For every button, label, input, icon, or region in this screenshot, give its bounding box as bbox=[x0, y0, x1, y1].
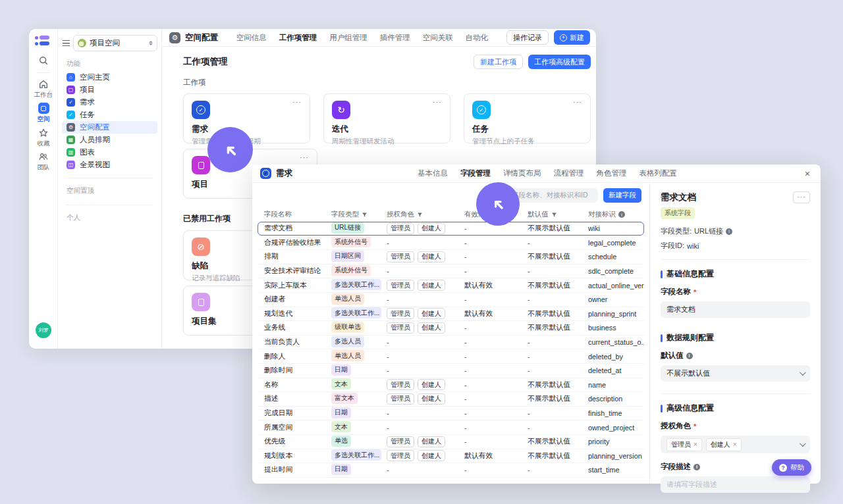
column-header-label: 字段名称 bbox=[264, 210, 292, 219]
field-type-badge: 单选人员 bbox=[331, 293, 364, 305]
workitem-advanced-config-button[interactable]: 工作项高级配置 bbox=[528, 55, 591, 69]
field-row[interactable]: 创建者单选人员---owner bbox=[258, 293, 644, 307]
field-row[interactable]: 需求文档URL链接管理员创建人-不展示默认值wiki bbox=[258, 222, 644, 236]
more-icon[interactable]: ··· bbox=[300, 153, 309, 161]
field-type-cell: 日期区间 bbox=[331, 251, 387, 263]
role-chip: 创建人 bbox=[418, 393, 445, 405]
modal-tab-3[interactable]: 流程管理 bbox=[553, 168, 584, 178]
sidebar-item-staff-schedule[interactable]: ▦人员排期 bbox=[62, 134, 157, 146]
api-key-cell: owner bbox=[588, 295, 644, 303]
rail-item-space[interactable]: 空间 bbox=[29, 103, 58, 124]
new-field-button[interactable]: 新建字段 bbox=[603, 188, 641, 203]
column-header-label: 授权角色 bbox=[387, 210, 414, 219]
field-id-label: 字段ID: bbox=[661, 241, 684, 251]
new-button[interactable]: +新建 bbox=[554, 30, 590, 45]
page-tab-4[interactable]: 空间关联 bbox=[423, 33, 453, 43]
rail-item-workbench[interactable]: 工作台 bbox=[29, 79, 58, 99]
field-type-badge: 富文本 bbox=[331, 393, 358, 404]
field-row[interactable]: 名称文本管理员创建人-不展示默认值name bbox=[258, 378, 644, 393]
field-row[interactable]: 描述富文本管理员创建人-不展示默认值description bbox=[258, 392, 644, 407]
user-avatar[interactable]: 刘梦 bbox=[36, 322, 51, 338]
field-detail-title: 需求文档 bbox=[661, 191, 696, 203]
icon-rail: 工作台 空间 收藏 团队 刘梦 bbox=[29, 29, 58, 349]
field-row[interactable]: 排期日期区间管理员创建人-不展示默认值schedule bbox=[258, 250, 644, 265]
page-tab-0[interactable]: 空间信息 bbox=[236, 33, 267, 43]
field-row[interactable]: 提出时间日期---start_time bbox=[258, 463, 644, 478]
field-row[interactable]: 完成日期日期---finish_time bbox=[258, 407, 644, 421]
validity-cell: - bbox=[464, 438, 528, 445]
workitem-card-task[interactable]: ✓···任务管理节点上的子任务 bbox=[464, 93, 591, 143]
workitem-desc: 周期性管理研发活动 bbox=[332, 137, 442, 146]
collapse-sidebar-icon[interactable] bbox=[63, 40, 70, 46]
more-icon[interactable]: ··· bbox=[573, 98, 582, 106]
modal-tab-5[interactable]: 表格列配置 bbox=[639, 168, 677, 178]
more-icon[interactable]: ··· bbox=[433, 98, 442, 106]
rail-item-favorites[interactable]: 收藏 bbox=[29, 128, 58, 148]
modal-header: ✓ 需求 基本信息字段管理详情页布局流程管理角色管理表格列配置 × bbox=[252, 164, 821, 183]
role-chip: 创建人 bbox=[418, 436, 445, 447]
page-tab-2[interactable]: 用户组管理 bbox=[329, 33, 367, 43]
new-workitem-button[interactable]: 新建工作项 bbox=[474, 55, 523, 69]
field-name-cell: 删除时间 bbox=[264, 366, 331, 375]
field-row[interactable]: 当前负责人多选人员---current_status_o... bbox=[258, 336, 644, 350]
sidebar-item-requirement[interactable]: ✓需求 bbox=[62, 96, 157, 109]
field-type-cell: 多选人员 bbox=[331, 336, 387, 349]
default-value-cell: 不展示默认值 bbox=[528, 437, 588, 446]
page-tab-1[interactable]: 工作项管理 bbox=[279, 33, 317, 43]
more-icon[interactable]: ··· bbox=[292, 98, 302, 106]
field-name-cell: 实际上车版本 bbox=[264, 281, 331, 290]
project-set-icon bbox=[192, 293, 210, 311]
modal-tab-0[interactable]: 基本信息 bbox=[418, 168, 448, 178]
filter-icon[interactable] bbox=[362, 212, 367, 218]
workitem-name: 任务 bbox=[472, 124, 582, 135]
sidebar-item-project[interactable]: ▢项目 bbox=[62, 84, 157, 96]
default-value-label: 默认值i bbox=[661, 351, 810, 361]
field-row[interactable]: 删除时间日期---deleted_at bbox=[258, 364, 644, 378]
filter-icon[interactable] bbox=[551, 212, 557, 218]
history-button[interactable]: 操作记录 bbox=[506, 30, 549, 45]
modal-tab-4[interactable]: 角色管理 bbox=[596, 168, 626, 178]
more-icon[interactable]: ··· bbox=[793, 191, 810, 203]
page-tab-5[interactable]: 自动化 bbox=[466, 33, 489, 43]
sidebar-item-space-config[interactable]: ⚙空间配置 bbox=[62, 121, 157, 134]
workitem-name: 迭代 bbox=[332, 124, 442, 135]
sidebar-item-task[interactable]: ✓任务 bbox=[62, 109, 157, 121]
field-row[interactable]: 删除人单选人员---deleted_by bbox=[258, 349, 644, 364]
field-row[interactable]: 安全技术评审结论系统外信号---sdlc_complete bbox=[258, 265, 644, 279]
field-name-cell: 优先级 bbox=[264, 437, 331, 446]
field-row[interactable]: 业务线级联单选管理员创建人-不展示默认值business bbox=[258, 321, 644, 336]
defect-icon: ⊘ bbox=[192, 238, 210, 256]
close-icon[interactable]: × bbox=[802, 168, 813, 180]
sidebar-item-chart[interactable]: ▥图表 bbox=[62, 146, 157, 159]
auth-roles-select[interactable]: 管理员×创建人× bbox=[661, 436, 810, 453]
default-value-cell: - bbox=[528, 239, 588, 247]
default-value-cell: - bbox=[528, 353, 588, 361]
project-icon bbox=[192, 156, 210, 174]
help-button[interactable]: ?帮助 bbox=[772, 459, 811, 476]
search-icon[interactable] bbox=[38, 55, 49, 66]
remove-icon[interactable]: × bbox=[693, 441, 697, 448]
page-tab-3[interactable]: 插件管理 bbox=[380, 33, 410, 43]
requirement-icon: ✓ bbox=[67, 98, 75, 107]
field-row[interactable]: 所属空间文本---owned_project bbox=[258, 420, 644, 435]
modal-tab-2[interactable]: 详情页布局 bbox=[503, 168, 541, 178]
modal-tab-1[interactable]: 字段管理 bbox=[460, 168, 491, 178]
sidebar-item-space-home[interactable]: ⌂空间主页 bbox=[62, 71, 157, 84]
space-switcher[interactable]: 项目空间 bbox=[73, 35, 157, 51]
plus-icon: + bbox=[560, 34, 567, 41]
field-row[interactable]: 优先级单选管理员创建人-不展示默认值priority bbox=[258, 435, 644, 449]
field-row[interactable]: 规划版本多选关联工作...管理员创建人默认有效不展示默认值planning_ve… bbox=[258, 449, 644, 464]
sidebar-item-label: 空间配置 bbox=[80, 122, 110, 132]
field-desc-input[interactable]: 请填写字段描述 bbox=[661, 476, 810, 493]
field-row[interactable]: 合规评估验收结果系统外信号---legal_complete bbox=[258, 236, 644, 251]
field-row[interactable]: 实际上车版本多选关联工作...管理员创建人默认有效不展示默认值actual_on… bbox=[258, 278, 644, 293]
rail-item-team[interactable]: 团队 bbox=[29, 151, 58, 172]
auth-roles-label: 授权角色* bbox=[661, 421, 810, 431]
filter-icon[interactable] bbox=[417, 212, 423, 218]
field-row[interactable]: 规划迭代多选关联工作...管理员创建人默认有效不展示默认值planning_sp… bbox=[258, 307, 644, 322]
default-value-select[interactable]: 不展示默认值 bbox=[661, 365, 810, 382]
sidebar-item-panorama[interactable]: ◫全景视图 bbox=[62, 159, 157, 171]
workitem-card-sprint[interactable]: ↻···迭代周期性管理研发活动 bbox=[323, 93, 450, 143]
remove-icon[interactable]: × bbox=[733, 441, 737, 448]
field-name-input[interactable]: 需求文档 bbox=[661, 301, 810, 318]
